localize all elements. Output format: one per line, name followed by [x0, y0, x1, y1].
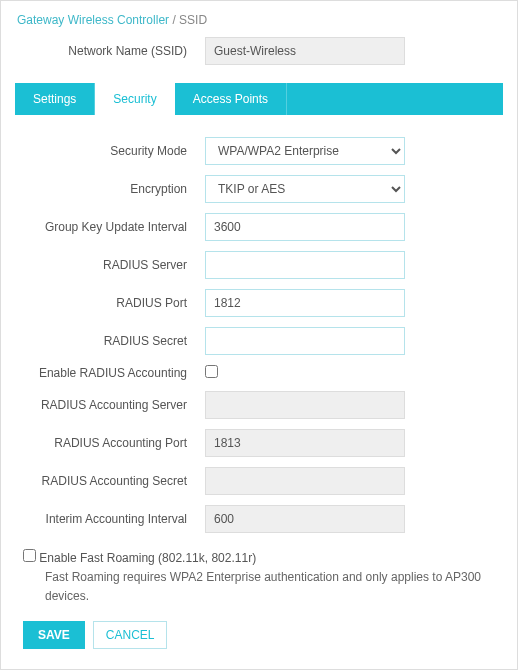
radius-acct-server-input[interactable]	[205, 391, 405, 419]
radius-port-label: RADIUS Port	[15, 296, 205, 310]
radius-acct-port-label: RADIUS Accounting Port	[15, 436, 205, 450]
enable-fast-roaming-label: Enable Fast Roaming (802.11k, 802.11r)	[39, 551, 256, 565]
tab-settings[interactable]: Settings	[15, 83, 95, 115]
encryption-select[interactable]: TKIP or AES	[205, 175, 405, 203]
ssid-label: Network Name (SSID)	[15, 44, 205, 58]
ssid-security-panel: Gateway Wireless Controller / SSID Netwo…	[0, 0, 518, 670]
radius-secret-label: RADIUS Secret	[15, 334, 205, 348]
breadcrumb: Gateway Wireless Controller / SSID	[17, 13, 503, 27]
fast-roaming-row: Enable Fast Roaming (802.11k, 802.11r)	[23, 551, 256, 565]
radius-server-input[interactable]	[205, 251, 405, 279]
fast-roaming-note: Fast Roaming requires WPA2 Enterprise au…	[45, 568, 503, 606]
enable-radius-accounting-checkbox[interactable]	[205, 365, 218, 378]
breadcrumb-parent-link[interactable]: Gateway Wireless Controller	[17, 13, 169, 27]
radius-acct-server-label: RADIUS Accounting Server	[15, 398, 205, 412]
tab-security[interactable]: Security	[95, 83, 174, 115]
interim-acct-interval-label: Interim Accounting Interval	[15, 512, 205, 526]
security-mode-select[interactable]: WPA/WPA2 Enterprise	[205, 137, 405, 165]
group-key-update-input[interactable]	[205, 213, 405, 241]
ssid-input[interactable]	[205, 37, 405, 65]
group-key-update-label: Group Key Update Interval	[15, 220, 205, 234]
breadcrumb-separator: /	[169, 13, 179, 27]
save-button[interactable]: SAVE	[23, 621, 85, 649]
interim-acct-interval-input[interactable]	[205, 505, 405, 533]
tab-access-points[interactable]: Access Points	[175, 83, 287, 115]
enable-radius-accounting-label: Enable RADIUS Accounting	[15, 366, 205, 380]
encryption-label: Encryption	[15, 182, 205, 196]
security-mode-label: Security Mode	[15, 144, 205, 158]
radius-server-label: RADIUS Server	[15, 258, 205, 272]
radius-secret-input[interactable]	[205, 327, 405, 355]
cancel-button[interactable]: CANCEL	[93, 621, 168, 649]
enable-fast-roaming-checkbox[interactable]	[23, 549, 36, 562]
radius-port-input[interactable]	[205, 289, 405, 317]
radius-acct-secret-label: RADIUS Accounting Secret	[15, 474, 205, 488]
breadcrumb-current: SSID	[179, 13, 207, 27]
radius-acct-secret-input[interactable]	[205, 467, 405, 495]
radius-acct-port-input[interactable]	[205, 429, 405, 457]
tabs: Settings Security Access Points	[15, 83, 503, 115]
